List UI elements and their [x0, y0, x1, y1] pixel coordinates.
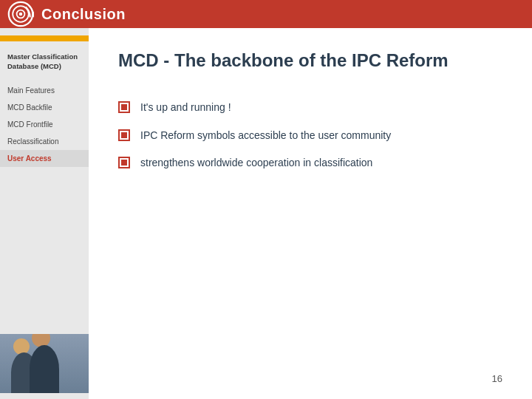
sidebar: Master Classification Database (MCD) Mai… — [0, 28, 89, 399]
bullet-icon-2 — [118, 129, 130, 141]
main-layout: Master Classification Database (MCD) Mai… — [0, 28, 532, 399]
page-number-area: 16 — [118, 366, 502, 384]
bullet-text-1: It's up and running ! — [140, 100, 231, 115]
page-title: Conclusion — [41, 6, 126, 23]
bullet-icon-3 — [118, 157, 130, 168]
content-title: MCD - The backbone of the IPC Reform — [118, 50, 502, 71]
photo-person-2 — [30, 345, 59, 393]
bullet-text-3: strengthens worldwide cooperation in cla… — [140, 156, 372, 171]
photo-placeholder — [0, 334, 89, 393]
page-number: 16 — [492, 373, 502, 384]
sidebar-item-reclassification[interactable]: Reclassification — [0, 133, 89, 150]
header: Conclusion — [0, 0, 532, 28]
sidebar-item-mcd-backfile[interactable]: MCD Backfile — [0, 99, 89, 116]
sidebar-item-user-access[interactable]: User Access — [0, 150, 89, 167]
bullet-item-1: It's up and running ! — [118, 100, 502, 115]
bullet-text-2: IPC Reform symbols accessible to the use… — [140, 129, 391, 143]
content-area: MCD - The backbone of the IPC Reform It'… — [89, 28, 532, 399]
bullet-icon-1 — [118, 101, 130, 113]
svg-point-3 — [19, 13, 23, 16]
bullet-list: It's up and running ! IPC Reform symbols… — [118, 100, 502, 184]
bullet-item-3: strengthens worldwide cooperation in cla… — [118, 156, 502, 171]
sidebar-accent-bar — [0, 35, 89, 41]
bullet-item-2: IPC Reform symbols accessible to the use… — [118, 129, 502, 143]
sidebar-item-mcd-frontfile[interactable]: MCD Frontfile — [0, 116, 89, 133]
logo-icon — [7, 1, 34, 27]
sidebar-item-main-features[interactable]: Main Features — [0, 82, 89, 99]
sidebar-bottom — [0, 334, 89, 399]
sidebar-brand: Master Classification Database (MCD) — [0, 46, 89, 82]
sidebar-photo — [0, 334, 89, 393]
